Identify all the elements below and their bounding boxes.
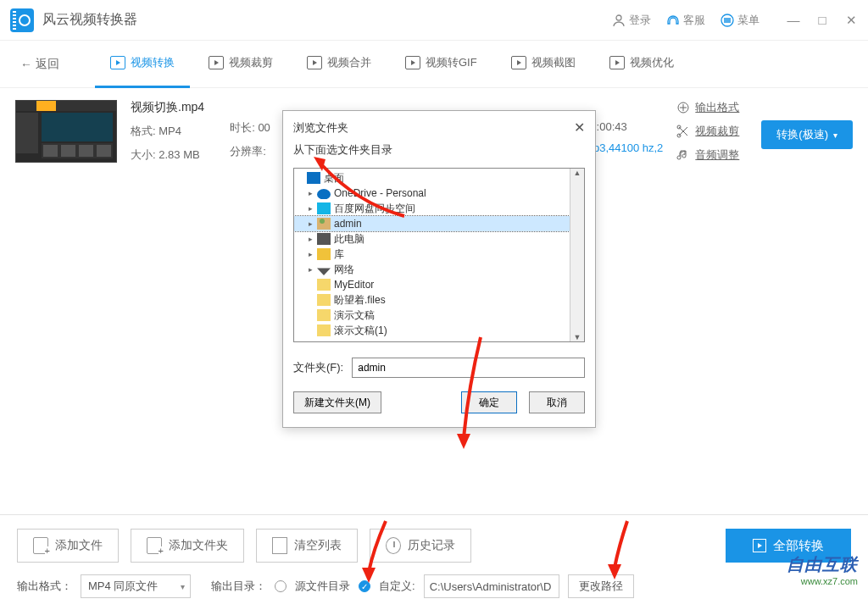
duration-label: 时长: <box>230 121 255 134</box>
trash-icon <box>272 537 287 554</box>
scroll-up-icon[interactable]: ▲ <box>574 169 581 177</box>
folder-icon <box>317 324 331 336</box>
modal-subtitle: 从下面选文件夹目录 <box>283 141 595 168</box>
tab-convert[interactable]: 视频转换 <box>95 41 190 88</box>
tree-label: 盼望着.files <box>334 293 386 308</box>
support-button[interactable]: 客服 <box>666 13 705 28</box>
tree-item[interactable]: MyEditor <box>294 277 570 292</box>
change-path-button[interactable]: 更改路径 <box>568 574 634 598</box>
tree-item[interactable]: 演示文稿 <box>294 308 570 323</box>
tab-crop[interactable]: 视频裁剪 <box>193 41 288 88</box>
clear-list-button[interactable]: 清空列表 <box>256 529 358 563</box>
format-value: MP4 <box>159 125 181 137</box>
file-thumbnail[interactable] <box>15 100 117 163</box>
modal-close-button[interactable]: ✕ <box>574 119 585 136</box>
tree-label: 滚示文稿(1) <box>334 324 387 338</box>
arrow-left-icon: ← <box>20 58 32 71</box>
tree-item[interactable]: ▸此电脑 <box>294 231 570 247</box>
format-label: 格式: <box>131 125 156 137</box>
tree-label: OneDrive - Personal <box>334 187 426 199</box>
maximize-button[interactable]: □ <box>815 13 829 28</box>
tab-label: 视频转换 <box>131 55 175 70</box>
tree-item[interactable]: ▸网络 <box>294 262 570 277</box>
screenshot-icon <box>511 56 526 69</box>
folder-icon <box>317 294 331 306</box>
folder-name-input[interactable] <box>352 358 585 378</box>
app-logo <box>10 8 34 32</box>
browse-folder-dialog: 浏览文件夹 ✕ 从下面选文件夹目录 桌面 ▸OneDrive - Persona… <box>282 110 596 428</box>
convert-all-label: 全部转换 <box>773 538 824 554</box>
output-format-label: 输出格式 <box>695 100 739 115</box>
history-button[interactable]: 历史记录 <box>370 529 471 563</box>
pc-icon <box>317 233 331 245</box>
out-format-select[interactable]: MP4 同原文件 <box>81 574 191 598</box>
menu-label: 菜单 <box>737 13 760 28</box>
tree-item[interactable]: ▸库 <box>294 247 570 262</box>
history-label: 历史记录 <box>408 538 455 553</box>
path-input[interactable]: C:\Users\Administrator\D <box>424 574 559 598</box>
library-icon <box>317 248 331 260</box>
tree-label: 演示文稿 <box>334 308 375 323</box>
tab-optimize[interactable]: 视频优化 <box>594 41 689 88</box>
cancel-button[interactable]: 取消 <box>529 391 585 413</box>
headset-icon <box>666 14 680 27</box>
new-folder-button[interactable]: 新建文件夹(M) <box>293 391 381 413</box>
music-icon <box>676 148 690 162</box>
tree-label: 库 <box>334 247 344 262</box>
file-name: 视频切换.mp4 <box>131 100 204 115</box>
modal-title: 浏览文件夹 <box>293 120 348 136</box>
tree-item[interactable]: ▸百度网盘同步空间 <box>294 201 570 216</box>
tree-label: 桌面 <box>324 171 344 186</box>
add-file-button[interactable]: 添加文件 <box>17 529 119 563</box>
minimize-button[interactable]: — <box>787 13 800 28</box>
add-folder-label: 添加文件夹 <box>169 538 228 553</box>
svg-marker-6 <box>457 434 470 449</box>
folder-add-icon <box>147 537 162 554</box>
login-button[interactable]: 登录 <box>612 13 651 28</box>
tab-label: 视频转GIF <box>426 55 477 70</box>
app-title: 风云视频转换器 <box>42 11 612 29</box>
crop-link[interactable]: 视频裁剪 <box>676 124 739 139</box>
source-dir-label: 源文件目录 <box>295 579 350 594</box>
audio-link[interactable]: 音频调整 <box>676 147 739 163</box>
optimize-icon <box>609 56 625 69</box>
tree-item[interactable]: 盼望着.files <box>294 292 570 308</box>
tree-item-selected[interactable]: ▸admin <box>294 216 570 231</box>
audio-label: 音频调整 <box>695 147 739 163</box>
watermark-url: www.xz7.com <box>787 576 858 586</box>
tab-gif[interactable]: 视频转GIF <box>390 41 492 88</box>
clock-icon <box>386 537 401 554</box>
convert-button[interactable]: 转换(极速) <box>761 120 853 149</box>
tree-label: 此电脑 <box>334 232 364 247</box>
menu-button[interactable]: 菜单 <box>721 13 760 28</box>
tree-label: MyEditor <box>334 279 374 291</box>
network-icon <box>317 263 331 275</box>
tab-screenshot[interactable]: 视频截图 <box>496 41 591 88</box>
close-button[interactable]: ✕ <box>844 13 858 28</box>
back-label: 返回 <box>36 57 59 72</box>
gif-icon <box>405 56 420 69</box>
tree-item[interactable]: ▸OneDrive - Personal <box>294 186 570 201</box>
support-label: 客服 <box>683 13 705 28</box>
merge-icon <box>307 56 322 69</box>
radio-source-dir[interactable] <box>275 580 287 592</box>
scroll-down-icon[interactable]: ▼ <box>574 333 581 341</box>
radio-custom-dir[interactable] <box>359 580 370 592</box>
tree-item[interactable]: 滚示文稿(1) <box>294 323 570 338</box>
login-label: 登录 <box>629 13 651 28</box>
duration-value: 00:00:43 <box>584 120 663 133</box>
tree-scrollbar[interactable]: ▲▼ <box>570 169 584 341</box>
tree-label: 网络 <box>334 263 354 277</box>
out-dir-label: 输出目录： <box>211 579 266 594</box>
output-format-link[interactable]: 输出格式 <box>676 100 739 115</box>
custom-dir-label: 自定义: <box>379 579 415 594</box>
ok-button[interactable]: 确定 <box>461 391 517 413</box>
ok-label: 确定 <box>479 396 499 408</box>
tree-label: 百度网盘同步空间 <box>334 202 415 216</box>
folder-tree[interactable]: 桌面 ▸OneDrive - Personal ▸百度网盘同步空间 ▸admin… <box>294 169 570 341</box>
tab-merge[interactable]: 视频合并 <box>292 41 387 88</box>
convert-label: 转换(极速) <box>776 127 828 142</box>
tree-root[interactable]: 桌面 <box>294 170 570 186</box>
add-folder-button[interactable]: 添加文件夹 <box>131 529 244 563</box>
back-button[interactable]: ← 返回 <box>12 52 68 77</box>
